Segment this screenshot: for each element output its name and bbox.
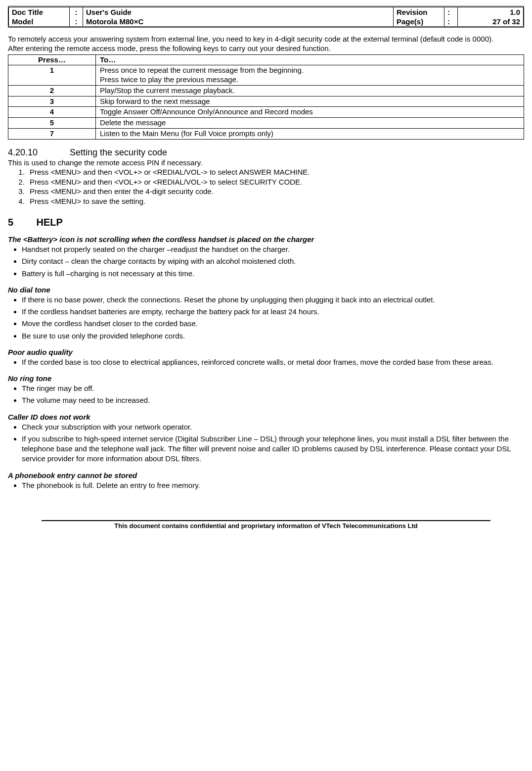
footer-text: This document contains confidential and … xyxy=(8,522,524,530)
step-item: Press <MENU> and then <VOL+> or <REDIAL/… xyxy=(27,177,524,187)
colon: : xyxy=(444,7,458,17)
table-row: 5Delete the message xyxy=(8,118,524,129)
step-item: Press <MENU> to save the setting. xyxy=(27,196,524,206)
press-key: 1 xyxy=(8,65,96,86)
press-action: Listen to the Main Menu (for Full Voice … xyxy=(96,128,524,139)
press-key: 5 xyxy=(8,118,96,129)
colon: : xyxy=(70,17,83,27)
doc-title-value: User's Guide xyxy=(83,7,394,17)
bullet-item: If there is no base power, check the con… xyxy=(22,295,524,305)
bullet-item: Check your subscription with your networ… xyxy=(22,422,524,432)
press-key: 3 xyxy=(8,96,96,107)
model-label: Model xyxy=(8,17,70,27)
colon: : xyxy=(444,17,458,27)
bullet-item: Battery is full –charging is not necessa… xyxy=(22,269,524,279)
bullet-item: The volume may need to be increased. xyxy=(22,395,524,405)
issues-container: The <Battery> icon is not scrolling when… xyxy=(8,235,524,490)
bullet-item: Be sure to use only the provided telepho… xyxy=(22,331,524,341)
press-action: Press once to repeat the current message… xyxy=(96,65,524,86)
press-action: Play/Stop the current message playback. xyxy=(96,85,524,96)
bullet-item: Handset not properly seated on the charg… xyxy=(22,244,524,254)
press-action: Toggle Answer Off/Announce Only/Announce… xyxy=(96,107,524,118)
intro-p1: To remotely access your answering system… xyxy=(8,35,524,44)
document-header-table: Doc Title : User's Guide Revision : 1.0 … xyxy=(8,6,524,28)
bullet-item: Move the cordless handset closer to the … xyxy=(22,319,524,329)
issue-title: Caller ID does not work xyxy=(8,413,524,421)
section-number: 4.20.10 xyxy=(8,147,67,158)
issue-bullets: The phonebook is full. Delete an entry t… xyxy=(16,481,524,490)
press-key: 4 xyxy=(8,107,96,118)
footer: This document contains confidential and … xyxy=(8,520,524,530)
bullet-item: If you subscribe to high-speed internet … xyxy=(22,434,524,464)
issue-bullets: The ringer may be off.The volume may nee… xyxy=(16,384,524,406)
help-heading: 5 HELP xyxy=(8,217,524,228)
press-header: Press… xyxy=(8,54,96,65)
issue-bullets: Check your subscription with your networ… xyxy=(16,422,524,464)
bullet-item: Dirty contact – clean the charge contact… xyxy=(22,256,524,266)
steps-list: Press <MENU> and then <VOL+> or <REDIAL/… xyxy=(8,167,524,206)
press-action: Delete the message xyxy=(96,118,524,129)
to-header: To… xyxy=(96,54,524,65)
step-item: Press <MENU> and then enter the 4-digit … xyxy=(27,187,524,196)
issue-title: A phonebook entry cannot be stored xyxy=(8,471,524,480)
table-row: 4Toggle Answer Off/Announce Only/Announc… xyxy=(8,107,524,118)
press-key: 7 xyxy=(8,128,96,139)
issue-bullets: If there is no base power, check the con… xyxy=(16,295,524,341)
doc-title-label: Doc Title xyxy=(8,7,70,17)
section-intro: This is used to change the remote access… xyxy=(8,158,524,168)
step-item: Press <MENU> and then <VOL+> or <REDIAL/… xyxy=(27,167,524,177)
model-value: Motorola M80×C xyxy=(83,17,394,27)
table-row: 3Skip forward to the next message xyxy=(8,96,524,107)
help-number: 5 xyxy=(8,217,34,228)
issue-title: No ring tone xyxy=(8,374,524,383)
issue-title: Poor audio quality xyxy=(8,348,524,356)
issue-bullets: If the corded base is too close to elect… xyxy=(16,357,524,367)
press-action: Skip forward to the next message xyxy=(96,96,524,107)
issue-title: The <Battery> icon is not scrolling when… xyxy=(8,235,524,243)
bullet-item: If the corded base is too close to elect… xyxy=(22,357,524,367)
bullet-item: If the cordless handset batteries are em… xyxy=(22,307,524,317)
revision-label: Revision xyxy=(394,7,444,17)
bullet-item: The phonebook is full. Delete an entry t… xyxy=(22,481,524,490)
section-heading-42010: 4.20.10 Setting the security code xyxy=(8,147,524,158)
pages-value: 27 of 32 xyxy=(458,17,524,27)
help-title: HELP xyxy=(37,217,63,228)
issue-title: No dial tone xyxy=(8,286,524,294)
issue-bullets: Handset not properly seated on the charg… xyxy=(16,244,524,279)
table-row: 1Press once to repeat the current messag… xyxy=(8,65,524,86)
table-row: 7Listen to the Main Menu (for Full Voice… xyxy=(8,128,524,139)
intro-p2: After entering the remote access mode, p… xyxy=(8,44,524,53)
table-row: 2Play/Stop the current message playback. xyxy=(8,85,524,96)
intro-block: To remotely access your answering system… xyxy=(8,35,524,53)
section-title: Setting the security code xyxy=(70,147,167,157)
bullet-item: The ringer may be off. xyxy=(22,384,524,393)
press-key: 2 xyxy=(8,85,96,96)
colon: : xyxy=(70,7,83,17)
pages-label: Page(s) xyxy=(394,17,444,27)
revision-value: 1.0 xyxy=(458,7,524,17)
press-key-table: Press… To… 1Press once to repeat the cur… xyxy=(8,54,524,140)
